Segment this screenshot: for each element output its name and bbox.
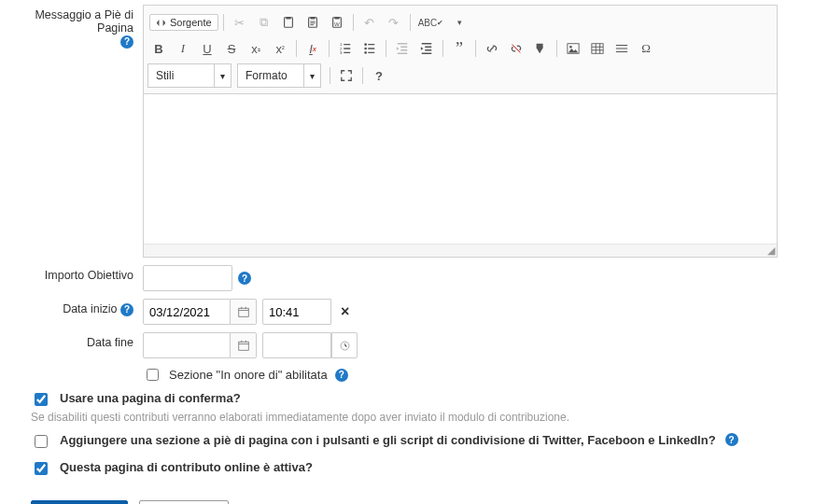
- svg-point-11: [364, 48, 367, 50]
- footer-message-label: Messaggio a Piè di Pagina: [35, 8, 133, 35]
- superscript-icon[interactable]: x²: [269, 37, 291, 60]
- rich-text-editor: Sorgente ✂ ⧉ W ↶ ↷: [143, 5, 778, 258]
- end-date-input[interactable]: [143, 332, 231, 358]
- cut-icon[interactable]: ✂: [229, 11, 251, 34]
- remove-format-icon[interactable]: Ix: [302, 37, 324, 60]
- goal-amount-input[interactable]: [143, 265, 232, 291]
- bold-icon[interactable]: B: [147, 37, 170, 60]
- maximize-icon[interactable]: [335, 64, 358, 87]
- strike-icon[interactable]: S: [220, 37, 243, 60]
- start-date-label: Data inizio: [63, 302, 117, 315]
- svg-rect-15: [592, 44, 603, 54]
- image-icon[interactable]: [562, 37, 584, 60]
- source-button[interactable]: Sorgente: [149, 14, 218, 31]
- editor-resize-handle[interactable]: ◢: [144, 244, 777, 257]
- copy-icon[interactable]: ⧉: [253, 11, 275, 34]
- share-section-checkbox[interactable]: [35, 435, 48, 448]
- svg-point-10: [364, 43, 367, 46]
- about-icon[interactable]: ?: [368, 64, 390, 87]
- confirm-page-label: Usare una pagina di conferma?: [60, 391, 241, 405]
- honor-section-label: Sezione "In onore di" abilitata: [169, 368, 328, 382]
- svg-rect-1: [286, 17, 290, 20]
- svg-rect-17: [238, 342, 248, 350]
- share-section-help-icon[interactable]: ?: [725, 433, 738, 446]
- confirm-page-hint: Se disabiliti questi contributi verranno…: [31, 411, 800, 424]
- svg-rect-3: [310, 17, 315, 20]
- outdent-icon[interactable]: [391, 37, 414, 60]
- paste-icon[interactable]: [277, 11, 300, 34]
- start-time-input[interactable]: [262, 299, 331, 325]
- redo-icon[interactable]: ↷: [383, 11, 405, 34]
- hr-icon[interactable]: [610, 37, 633, 60]
- table-icon[interactable]: [586, 37, 609, 60]
- svg-text:3: 3: [340, 50, 343, 55]
- svg-text:W: W: [334, 21, 340, 27]
- blockquote-icon[interactable]: ”: [448, 37, 470, 60]
- numbered-list-icon[interactable]: 123: [334, 37, 357, 60]
- link-icon[interactable]: [481, 37, 503, 60]
- continue-button[interactable]: Continua: [31, 500, 128, 504]
- italic-icon[interactable]: I: [172, 37, 194, 60]
- honor-section-checkbox[interactable]: [147, 369, 159, 381]
- cancel-button[interactable]: Annulla: [139, 500, 229, 504]
- calendar-icon[interactable]: [231, 299, 257, 325]
- underline-icon[interactable]: U: [196, 37, 218, 60]
- start-date-input[interactable]: [143, 299, 231, 325]
- start-date-help-icon[interactable]: ?: [120, 303, 133, 316]
- spellcheck-icon[interactable]: ABC✔: [415, 11, 447, 34]
- honor-section-help-icon[interactable]: ?: [335, 369, 348, 382]
- footer-message-help-icon[interactable]: ?: [120, 35, 133, 49]
- svg-rect-5: [334, 17, 339, 20]
- active-label: Questa pagina di contributo online è att…: [60, 460, 313, 474]
- editor-toolbar: Sorgente ✂ ⧉ W ↶ ↷: [144, 6, 777, 94]
- confirm-page-checkbox[interactable]: [35, 393, 48, 406]
- goal-amount-help-icon[interactable]: ?: [238, 272, 251, 285]
- paste-word-icon[interactable]: W: [326, 11, 348, 34]
- bullet-list-icon[interactable]: [358, 37, 381, 60]
- undo-icon[interactable]: ↶: [358, 11, 381, 34]
- format-combo[interactable]: Formato▾: [237, 63, 321, 88]
- styles-combo[interactable]: Stili▾: [147, 63, 232, 88]
- svg-point-14: [569, 46, 572, 49]
- calendar-icon[interactable]: [231, 332, 257, 358]
- share-section-label: Aggiungere una sezione a piè di pagina c…: [60, 433, 716, 447]
- indent-icon[interactable]: [415, 37, 438, 60]
- clear-start-date-icon[interactable]: ×: [337, 303, 353, 320]
- spellcheck-dropdown-icon[interactable]: ▾: [448, 11, 470, 34]
- anchor-icon[interactable]: [529, 37, 552, 60]
- end-date-label: Data fine: [87, 336, 133, 349]
- special-char-icon[interactable]: Ω: [635, 37, 657, 60]
- editor-content[interactable]: [144, 94, 777, 244]
- unlink-icon[interactable]: [505, 37, 527, 60]
- end-time-input[interactable]: [262, 332, 331, 358]
- svg-point-12: [364, 51, 367, 54]
- clock-icon[interactable]: [331, 332, 358, 358]
- goal-amount-label: Importo Obiettivo: [45, 269, 133, 282]
- active-checkbox[interactable]: [35, 462, 48, 475]
- paste-text-icon[interactable]: [302, 11, 324, 34]
- svg-rect-16: [238, 308, 248, 316]
- subscript-icon[interactable]: x₂: [245, 37, 267, 60]
